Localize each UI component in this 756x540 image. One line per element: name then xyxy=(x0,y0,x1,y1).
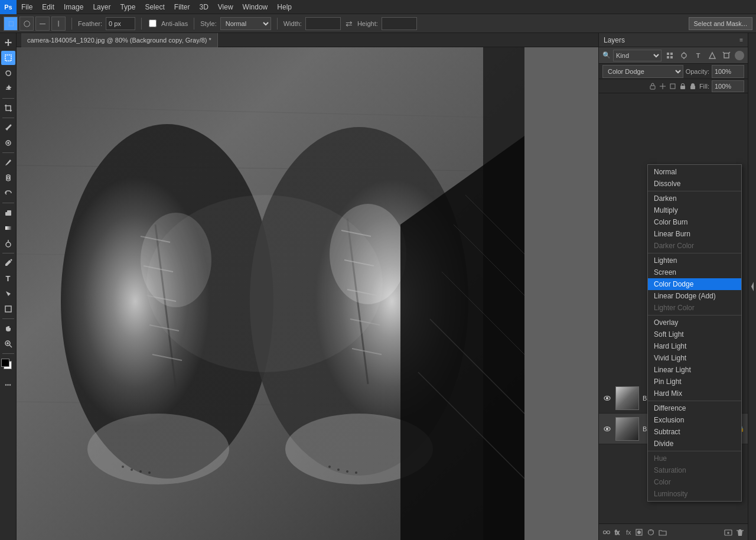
blend-hard-mix[interactable]: Hard Mix xyxy=(648,388,741,399)
blend-dissolve[interactable]: Dissolve xyxy=(648,178,741,190)
lock-artboard-icon[interactable] xyxy=(669,82,677,90)
marquee-tool-btn[interactable] xyxy=(1,51,15,65)
healing-brush-btn[interactable] xyxy=(1,136,15,150)
feather-input[interactable] xyxy=(106,17,135,30)
blend-divide[interactable]: Divide xyxy=(648,438,741,450)
path-selection-btn[interactable] xyxy=(1,287,15,301)
blend-difference[interactable]: Difference xyxy=(648,402,741,414)
folder-icon[interactable] xyxy=(659,528,667,536)
filter-smart-btn[interactable] xyxy=(721,50,732,61)
zoom-btn[interactable] xyxy=(1,337,15,351)
height-input[interactable] xyxy=(382,17,417,30)
svg-rect-68 xyxy=(680,86,685,89)
dodge-btn[interactable] xyxy=(1,236,15,251)
marquee-ellipse-btn[interactable]: ◯ xyxy=(19,17,34,31)
move-tool-btn[interactable] xyxy=(1,35,15,50)
blend-color-dodge[interactable]: Color Dodge xyxy=(648,278,741,290)
layer-visibility-bg-copy[interactable] xyxy=(602,393,612,403)
blend-hard-light[interactable]: Hard Light xyxy=(648,340,741,352)
blend-darken[interactable]: Darken xyxy=(648,193,741,204)
blend-color-burn[interactable]: Color Burn xyxy=(648,216,741,228)
fill-input[interactable] xyxy=(712,80,744,92)
crop-tool-btn[interactable] xyxy=(1,101,15,115)
blend-exclusion[interactable]: Exclusion xyxy=(648,414,741,426)
lasso-tool-btn[interactable] xyxy=(1,66,15,80)
antialias-checkbox[interactable] xyxy=(149,19,157,27)
blend-linear-burn[interactable]: Linear Burn xyxy=(648,228,741,240)
toolbar-sep2 xyxy=(2,118,14,118)
add-layer-icon[interactable] xyxy=(724,528,732,536)
marquee-row-btn[interactable]: — xyxy=(35,17,50,31)
more-tools-btn[interactable]: ••• xyxy=(1,378,15,392)
canvas-tab[interactable]: camera-1840054_1920.jpg @ 80% (Backgroun… xyxy=(21,33,218,47)
menu-select[interactable]: Select xyxy=(140,0,169,14)
filter-kind-select[interactable]: Kind xyxy=(613,50,662,61)
menu-file[interactable]: File xyxy=(17,0,37,14)
lock-transparent-icon[interactable] xyxy=(649,82,657,90)
pen-btn[interactable] xyxy=(1,256,15,270)
lock-all-icon[interactable] xyxy=(689,82,697,90)
gradient-btn[interactable] xyxy=(1,221,15,235)
menu-edit[interactable]: Edit xyxy=(37,0,59,14)
opacity-input[interactable] xyxy=(712,65,744,78)
filter-pixel-btn[interactable] xyxy=(664,50,676,61)
filter-type-btn[interactable]: T xyxy=(692,50,704,61)
hand-btn[interactable] xyxy=(1,321,15,336)
blend-vivid-light[interactable]: Vivid Light xyxy=(648,352,741,364)
filter-active-indicator[interactable] xyxy=(735,51,744,60)
blend-linear-dodge[interactable]: Linear Dodge (Add) xyxy=(648,290,741,302)
eraser-btn[interactable] xyxy=(1,206,15,220)
blend-subtract[interactable]: Subtract xyxy=(648,426,741,438)
blend-overlay[interactable]: Overlay xyxy=(648,317,741,328)
style-select[interactable]: Normal Fixed Ratio Fixed Size xyxy=(220,17,271,30)
shape-btn[interactable] xyxy=(1,302,15,316)
blend-soft-light[interactable]: Soft Light xyxy=(648,328,741,340)
blend-mode-select[interactable]: Color Dodge xyxy=(602,65,683,78)
right-edge-panel xyxy=(748,33,756,540)
blend-normal[interactable]: Normal xyxy=(648,166,741,178)
brush-tool-btn[interactable] xyxy=(1,155,15,170)
menu-type[interactable]: Type xyxy=(115,0,140,14)
blend-pin-light[interactable]: Pin Light xyxy=(648,376,741,388)
swap-icon[interactable]: ⇄ xyxy=(346,19,353,28)
blend-screen[interactable]: Screen xyxy=(648,266,741,278)
menu-filter[interactable]: Filter xyxy=(170,0,195,14)
menu-3d[interactable]: 3D xyxy=(194,0,213,14)
width-input[interactable] xyxy=(305,17,341,30)
svg-point-8 xyxy=(6,242,11,247)
collapse-icon[interactable] xyxy=(750,281,755,292)
canvas-viewport[interactable] xyxy=(17,47,598,540)
color-swatches[interactable] xyxy=(1,359,15,374)
lock-position-icon[interactable] xyxy=(679,82,687,90)
blend-lighten[interactable]: Lighten xyxy=(648,255,741,266)
link-icon[interactable] xyxy=(602,528,611,536)
eyedropper-btn[interactable] xyxy=(1,121,15,135)
fx-icon[interactable]: fx xyxy=(614,528,623,536)
layer-thumb-bg xyxy=(615,417,639,441)
clone-stamp-btn[interactable] xyxy=(1,171,15,185)
text-btn[interactable]: T xyxy=(1,271,15,285)
blend-multiply[interactable]: Multiply xyxy=(648,204,741,216)
svg-rect-0 xyxy=(5,55,11,61)
mask-icon[interactable] xyxy=(635,528,643,536)
fx-text[interactable]: fx xyxy=(626,529,631,536)
select-mask-button[interactable]: Select and Mask... xyxy=(689,17,753,30)
marquee-col-btn[interactable]: | xyxy=(51,17,66,31)
filter-adjustment-btn[interactable] xyxy=(678,50,690,61)
adjustment-icon[interactable] xyxy=(647,528,655,536)
menu-image[interactable]: Image xyxy=(59,0,88,14)
filter-shape-btn[interactable] xyxy=(706,50,718,61)
menu-help[interactable]: Help xyxy=(272,0,296,14)
menu-layer[interactable]: Layer xyxy=(88,0,115,14)
delete-layer-icon[interactable] xyxy=(736,528,744,536)
history-brush-btn[interactable] xyxy=(1,186,15,200)
menu-view[interactable]: View xyxy=(213,0,238,14)
blend-linear-light[interactable]: Linear Light xyxy=(648,364,741,376)
svg-line-65 xyxy=(728,52,730,54)
menu-window[interactable]: Window xyxy=(238,0,273,14)
magic-wand-btn[interactable] xyxy=(1,82,15,96)
panel-collapse-icon[interactable]: ≡ xyxy=(739,37,743,43)
marquee-rect-btn[interactable]: ⬚ xyxy=(4,17,18,31)
layer-visibility-bg[interactable] xyxy=(602,424,612,434)
lock-image-icon[interactable] xyxy=(659,82,667,90)
